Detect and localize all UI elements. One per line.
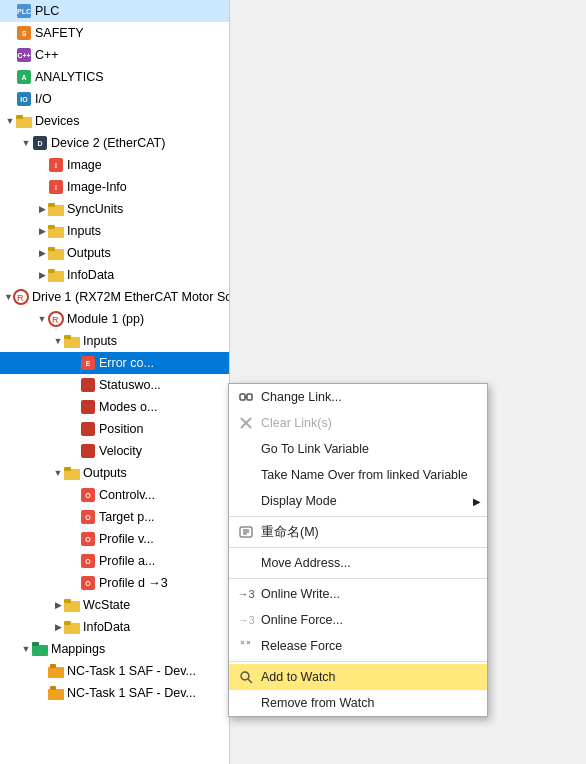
label-module1: Module 1 (pp)	[67, 312, 144, 326]
icon-nctask1a	[48, 663, 64, 679]
tree-item-nctask1b[interactable]: NC-Task 1 SAF - Dev...	[0, 682, 229, 704]
tree-item-drive1[interactable]: ▼RDrive 1 (RX72M EtherCAT Motor Solution…	[0, 286, 229, 308]
menu-icon-add-to-watch	[237, 670, 255, 684]
icon-outputs	[48, 245, 64, 261]
icon-imageinfo: I	[48, 179, 64, 195]
tree-item-controlv[interactable]: OControlv...	[0, 484, 229, 506]
label-cpp: C++	[35, 48, 59, 62]
tree-item-profilev[interactable]: OProfile v...	[0, 528, 229, 550]
expander-infodata2[interactable]: ▶	[52, 622, 64, 632]
tree-item-errorco[interactable]: EError co...	[0, 352, 229, 374]
svg-text:O: O	[85, 558, 91, 565]
tree-item-mappings[interactable]: ▼Mappings	[0, 638, 229, 660]
context-menu-item-remove-from-watch[interactable]: Remove from Watch	[229, 690, 487, 716]
tree-item-wcstate[interactable]: ▶WcState	[0, 594, 229, 616]
expander-mod_inputs[interactable]: ▼	[52, 336, 64, 346]
expander-syncunits[interactable]: ▶	[36, 204, 48, 214]
icon-statuswo	[80, 377, 96, 393]
tree-item-nctask1a[interactable]: NC-Task 1 SAF - Dev...	[0, 660, 229, 682]
icon-plc: PLC	[16, 3, 32, 19]
context-menu-item-take-name[interactable]: Take Name Over from linked Variable	[229, 462, 487, 488]
tree-item-targetp[interactable]: OTarget p...	[0, 506, 229, 528]
expander-wcstate[interactable]: ▶	[52, 600, 64, 610]
svg-point-73	[241, 672, 249, 680]
tree-item-modes[interactable]: Modes o...	[0, 396, 229, 418]
tree-item-analytics[interactable]: AANALYTICS	[0, 66, 229, 88]
icon-cpp: C++	[16, 47, 32, 63]
svg-rect-56	[48, 667, 64, 678]
label-mod_inputs: Inputs	[83, 334, 117, 348]
tree-item-statuswo[interactable]: Statuswo...	[0, 374, 229, 396]
label-imageinfo: Image-Info	[67, 180, 127, 194]
tree-item-safety[interactable]: SSAFETY	[0, 22, 229, 44]
icon-io: IO	[16, 91, 32, 107]
menu-icon-online-write: →3	[237, 588, 255, 600]
context-menu-item-change-link[interactable]: Change Link...	[229, 384, 487, 410]
menu-icon-release-force	[237, 639, 255, 653]
tree-item-velocity[interactable]: Velocity	[0, 440, 229, 462]
icon-syncunits	[48, 201, 64, 217]
label-io: I/O	[35, 92, 52, 106]
tree-item-inputs[interactable]: ▶Inputs	[0, 220, 229, 242]
tree-item-imageinfo[interactable]: IImage-Info	[0, 176, 229, 198]
tree-item-profiled[interactable]: OProfile d →3	[0, 572, 229, 594]
expander-drive1[interactable]: ▼	[4, 292, 13, 302]
label-profilea: Profile a...	[99, 554, 155, 568]
expander-outputs[interactable]: ▶	[36, 248, 48, 258]
tree-item-devices[interactable]: ▼Devices	[0, 110, 229, 132]
tree-item-mod_outputs[interactable]: ▼Outputs	[0, 462, 229, 484]
context-menu: Change Link...Clear Link(s)Go To Link Va…	[228, 383, 488, 717]
context-menu-item-display-mode[interactable]: Display Mode▶	[229, 488, 487, 514]
tree-item-syncunits[interactable]: ▶SyncUnits	[0, 198, 229, 220]
label-syncunits: SyncUnits	[67, 202, 123, 216]
tree-item-outputs[interactable]: ▶Outputs	[0, 242, 229, 264]
icon-infodata2	[64, 619, 80, 635]
expander-devices[interactable]: ▼	[4, 116, 16, 126]
icon-drive1: R	[13, 289, 29, 305]
icon-safety: S	[16, 25, 32, 41]
context-menu-item-release-force[interactable]: Release Force	[229, 633, 487, 659]
tree-item-device2[interactable]: ▼DDevice 2 (EtherCAT)	[0, 132, 229, 154]
tree-item-position[interactable]: Position	[0, 418, 229, 440]
context-menu-item-move-address[interactable]: Move Address...	[229, 550, 487, 576]
svg-text:C++: C++	[17, 52, 30, 59]
menu-label-take-name: Take Name Over from linked Variable	[261, 468, 468, 482]
expander-inputs[interactable]: ▶	[36, 226, 48, 236]
context-menu-item-add-to-watch[interactable]: Add to Watch	[229, 664, 487, 690]
tree-item-infodata[interactable]: ▶InfoData	[0, 264, 229, 286]
icon-nctask1b	[48, 685, 64, 701]
svg-rect-55	[32, 642, 39, 646]
expander-infodata[interactable]: ▶	[36, 270, 48, 280]
tree-item-cpp[interactable]: C++C++	[0, 44, 229, 66]
tree-item-mod_inputs[interactable]: ▼Inputs	[0, 330, 229, 352]
expander-module1[interactable]: ▼	[36, 314, 48, 324]
submenu-arrow-display-mode: ▶	[473, 496, 481, 507]
expander-mod_outputs[interactable]: ▼	[52, 468, 64, 478]
tree-item-infodata2[interactable]: ▶InfoData	[0, 616, 229, 638]
context-menu-item-goto-link[interactable]: Go To Link Variable	[229, 436, 487, 462]
context-menu-item-rename[interactable]: 重命名(M)	[229, 519, 487, 545]
context-menu-item-online-write[interactable]: →3Online Write...	[229, 581, 487, 607]
svg-rect-36	[81, 422, 95, 436]
svg-rect-61	[247, 394, 252, 400]
label-mod_outputs: Outputs	[83, 466, 127, 480]
svg-rect-39	[64, 467, 71, 471]
svg-text:O: O	[85, 536, 91, 543]
label-nctask1a: NC-Task 1 SAF - Dev...	[67, 664, 196, 678]
context-menu-item-online-force[interactable]: →3Online Force...	[229, 607, 487, 633]
tree-item-plc[interactable]: PLCPLC	[0, 0, 229, 22]
tree-item-profilea[interactable]: OProfile a...	[0, 550, 229, 572]
expander-mappings[interactable]: ▼	[20, 644, 32, 654]
tree-item-io[interactable]: IOI/O	[0, 88, 229, 110]
tree-item-module1[interactable]: ▼RModule 1 (pp)	[0, 308, 229, 330]
menu-label-online-write: Online Write...	[261, 587, 340, 601]
icon-targetp: O	[80, 509, 96, 525]
label-modes: Modes o...	[99, 400, 157, 414]
separator	[229, 547, 487, 548]
svg-rect-19	[48, 203, 55, 207]
tree-item-image[interactable]: IImage	[0, 154, 229, 176]
icon-mappings	[32, 641, 48, 657]
menu-label-add-to-watch: Add to Watch	[261, 670, 336, 684]
expander-device2[interactable]: ▼	[20, 138, 32, 148]
icon-errorco: E	[80, 355, 96, 371]
